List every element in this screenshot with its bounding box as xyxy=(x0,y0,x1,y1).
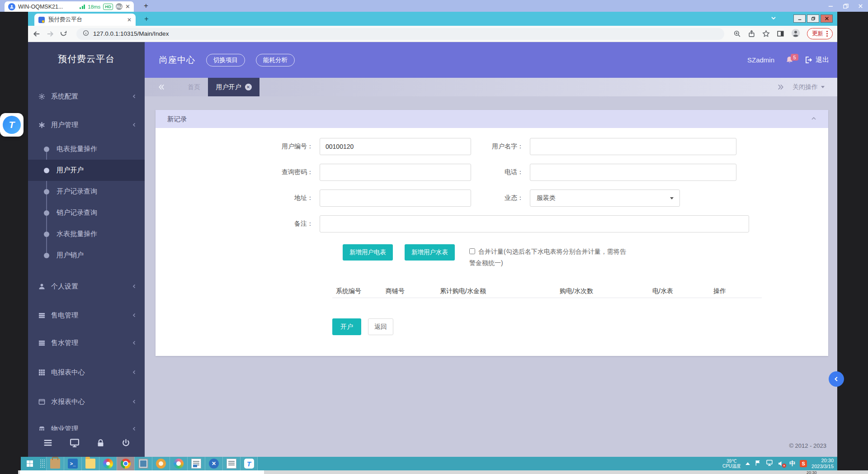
taskbar-icon-powershell[interactable]: >_ xyxy=(64,457,81,470)
todesk-session-tab[interactable]: WIN-OQMSK21... 18ms HD RU ✕ xyxy=(5,1,134,12)
notifications-button[interactable]: 5 xyxy=(785,56,794,64)
forward-icon[interactable] xyxy=(46,30,54,38)
power-icon[interactable] xyxy=(122,439,130,449)
sidebar-subitem-open-account[interactable]: 用户开户 xyxy=(28,160,145,181)
action-center-flag-icon[interactable] xyxy=(755,460,761,468)
zoom-icon[interactable] xyxy=(733,30,741,38)
form-row: 查询密码： 电话： xyxy=(156,164,828,181)
taskbar-clock[interactable]: 20:30 2023/3/15 xyxy=(811,458,834,469)
merge-metering-option: 合并计量(勾选后名下水电表将分别合并计量，需将告警金额统一) xyxy=(469,246,630,269)
sidebar-item-personal-settings[interactable]: 个人设置 xyxy=(28,276,145,296)
merge-metering-checkbox[interactable] xyxy=(469,248,475,254)
session-close-button[interactable]: ✕ xyxy=(125,4,130,9)
sidebar-item-system-config[interactable]: 系统配置 xyxy=(28,86,145,106)
open-account-button[interactable]: 开户 xyxy=(332,318,361,335)
back-button[interactable]: 返回 xyxy=(368,318,393,335)
monitor-icon[interactable] xyxy=(70,438,80,450)
taskbar-icon-chrome[interactable] xyxy=(117,457,134,470)
tab-close-icon[interactable]: ✕ xyxy=(245,84,252,90)
start-button[interactable] xyxy=(21,457,39,470)
taskbar-icon-admin-tools[interactable]: ✕ xyxy=(205,457,222,470)
browser-window: 预付费云平台 ✕ + 127.0.0.1:10315/Main/Index xyxy=(28,12,837,457)
user-name-input[interactable] xyxy=(530,138,736,155)
scroll-tabs-left-icon[interactable] xyxy=(158,84,165,92)
scroll-tabs-right-icon[interactable] xyxy=(777,84,784,92)
energy-analysis-button[interactable]: 能耗分析 xyxy=(256,54,295,66)
menu-dots-icon[interactable] xyxy=(826,31,828,37)
sidebar-item-user-management[interactable]: 用户管理 xyxy=(28,115,145,135)
info-icon[interactable] xyxy=(83,30,89,38)
ime-indicator[interactable]: 中 xyxy=(789,460,795,468)
taskbar-icon-todesk[interactable]: T xyxy=(240,457,258,470)
sidebar-item-electricity-sales[interactable]: 售电管理 xyxy=(28,305,145,325)
restore-button[interactable] xyxy=(843,3,849,9)
browser-restore-button[interactable] xyxy=(807,14,819,23)
share-icon[interactable] xyxy=(748,30,755,38)
lock-icon[interactable] xyxy=(96,439,105,449)
taskbar-icon-browser-swirl[interactable] xyxy=(99,457,117,470)
side-panel-icon[interactable] xyxy=(777,30,784,38)
col-actions: 操作 xyxy=(710,287,762,295)
query-password-input[interactable] xyxy=(320,164,471,181)
sidebar-subitem-close-account[interactable]: 用户销户 xyxy=(28,245,145,266)
browser-minimize-button[interactable] xyxy=(793,14,806,23)
remark-input[interactable] xyxy=(320,215,749,232)
sidebar-item-water-sales[interactable]: 售水管理 xyxy=(28,333,145,353)
hd-badge[interactable]: HD xyxy=(103,4,113,10)
sidebar-item-water-reports[interactable]: 水报表中心 xyxy=(28,392,145,412)
tab-open-account-active[interactable]: 用户开户 ✕ xyxy=(208,78,259,96)
business-type-select[interactable]: 服装类 xyxy=(530,190,680,207)
hamburger-icon[interactable] xyxy=(43,438,53,450)
phone-input[interactable] xyxy=(530,164,736,181)
col-shop-no: 商铺号 xyxy=(382,287,436,295)
project-name: 尚座中心 xyxy=(159,54,195,66)
sidebar-subitem-meter-batch[interactable]: 电表批量操作 xyxy=(28,138,145,160)
close-button[interactable] xyxy=(858,3,863,9)
new-session-button[interactable]: + xyxy=(141,1,151,11)
chevron-left-icon xyxy=(132,313,137,318)
address-input[interactable] xyxy=(320,190,471,207)
browser-close-button[interactable] xyxy=(821,14,833,23)
tab-close-icon[interactable]: ✕ xyxy=(127,17,132,23)
chevron-down-icon[interactable] xyxy=(770,15,777,23)
minimize-button[interactable] xyxy=(828,3,834,9)
address-bar[interactable]: 127.0.0.1:10315/Main/Index xyxy=(76,28,724,40)
switch-project-button[interactable]: 切换项目 xyxy=(206,54,245,66)
browser-tab[interactable]: 预付费云平台 ✕ xyxy=(34,14,136,26)
taskbar-icon-notepad[interactable] xyxy=(187,457,205,470)
todesk-floating-ball[interactable]: T xyxy=(0,113,24,137)
close-operations-dropdown[interactable]: 关闭操作 xyxy=(793,78,825,96)
session-title: WIN-OQMSK21... xyxy=(18,4,77,10)
floating-collapse-button[interactable] xyxy=(829,371,844,387)
add-electric-meter-button[interactable]: 新增用户电表 xyxy=(343,244,393,261)
show-hidden-icons[interactable] xyxy=(745,462,750,465)
reload-icon[interactable] xyxy=(60,30,67,38)
user-no-input[interactable] xyxy=(320,138,471,155)
sidebar-subitem-close-records[interactable]: 销户记录查询 xyxy=(28,202,145,223)
logout-button[interactable]: 退出 xyxy=(805,56,829,64)
sidebar-subitem-water-batch[interactable]: 水表批量操作 xyxy=(28,223,145,245)
volume-muted-icon[interactable]: ✕ xyxy=(778,460,785,467)
back-icon[interactable] xyxy=(33,30,41,38)
sidebar-subitem-open-records[interactable]: 开户记录查询 xyxy=(28,181,145,202)
collapse-chevron-icon[interactable] xyxy=(811,115,816,123)
network-icon[interactable] xyxy=(766,459,773,468)
taskbar-icon-file-explorer[interactable] xyxy=(81,457,99,470)
taskbar-icon-report-app[interactable] xyxy=(222,457,240,470)
sogou-ime-icon[interactable]: S xyxy=(800,460,807,467)
tab-home[interactable]: 首页 xyxy=(180,78,208,96)
taskbar-icon-server-manager[interactable] xyxy=(46,457,64,470)
taskbar-icon-system-monitor[interactable] xyxy=(134,457,152,470)
add-water-meter-button[interactable]: 新增用户水表 xyxy=(405,244,455,261)
update-button[interactable]: 更新 xyxy=(807,28,833,39)
taskbar-icon-network-app[interactable] xyxy=(170,457,187,470)
taskbar-grip[interactable] xyxy=(40,459,45,468)
panel-header: 新记录 xyxy=(156,110,828,128)
profile-avatar[interactable] xyxy=(791,28,800,39)
browser-toolbar: 127.0.0.1:10315/Main/Index 更新 xyxy=(28,26,837,42)
browser-new-tab-button[interactable]: + xyxy=(142,15,151,23)
app-page: 预付费云平台 系统配置 用户管理 电表批量操作 xyxy=(28,42,837,457)
taskbar-icon-gear-app[interactable] xyxy=(152,457,170,470)
bookmark-star-icon[interactable] xyxy=(762,30,770,38)
sidebar-item-electric-reports[interactable]: 电报表中心 xyxy=(28,362,145,382)
